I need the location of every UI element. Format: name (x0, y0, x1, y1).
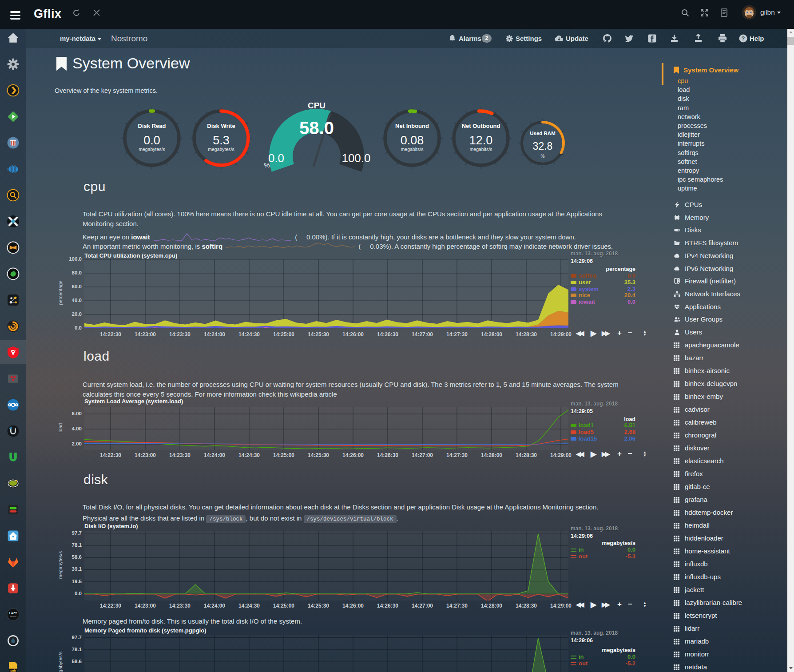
chart-disk-resize-handle[interactable]: ▲▼ (643, 601, 647, 608)
nav-container-hddtemp-docker[interactable]: hddtemp-docker (674, 509, 733, 517)
scrollbar-down-arrow[interactable] (789, 667, 793, 669)
scrollbar-up-arrow[interactable] (789, 31, 793, 33)
chart-cpu-zoom-in-button[interactable]: + (617, 329, 622, 338)
chart-disk-zoom-in-button[interactable]: + (617, 600, 622, 609)
scrollbar-thumb[interactable] (787, 37, 794, 45)
chart-cpu-zoom-out-button[interactable]: − (628, 329, 632, 338)
nav-interrupts[interactable]: interrupts (678, 140, 704, 147)
nav-ipv4-networking[interactable]: IPv4 Networking (674, 252, 733, 260)
nav-softirqs[interactable]: softirqs (678, 149, 699, 156)
github-icon[interactable] (603, 34, 612, 43)
nav-user-groups[interactable]: User Groups (674, 315, 723, 324)
chart-cpu-plot[interactable] (84, 259, 568, 328)
nav-container-netdata[interactable]: netdata (674, 663, 707, 672)
chart-disk-rewind-button[interactable]: ◀◀ (576, 601, 583, 608)
nav-container-lidarr[interactable]: lidarr (674, 624, 699, 633)
nav-users[interactable]: Users (674, 328, 702, 337)
nav-container-calibreweb[interactable]: calibreweb (674, 418, 717, 427)
avatar[interactable] (742, 5, 757, 20)
chart-load-plot[interactable] (84, 407, 568, 450)
facebook-icon[interactable] (648, 34, 656, 43)
close-icon[interactable] (93, 9, 100, 16)
chart-cpu-resize-handle[interactable]: ▲▼ (643, 330, 647, 336)
upload-icon[interactable] (694, 34, 703, 43)
nav-uptime[interactable]: uptime (678, 185, 697, 192)
search-icon[interactable] (681, 8, 690, 17)
sidebar-app-gitlab[interactable] (0, 550, 26, 574)
nav-system-overview[interactable]: System Overview (674, 66, 738, 74)
sidebar-app-lidarr[interactable] (0, 628, 26, 652)
settings-button[interactable]: Settings (516, 29, 542, 48)
nav-entropy[interactable]: entropy (678, 167, 699, 174)
chart-disk-play-button[interactable]: ▶ (591, 600, 596, 609)
nav-container-grafana[interactable]: grafana (674, 496, 707, 504)
sidebar-app-monitorr[interactable] (0, 497, 26, 521)
nav-container-binhex-delugevpn[interactable]: binhex-delugevpn (674, 380, 737, 388)
nav-load[interactable]: load (678, 86, 690, 93)
nav-network-interfaces[interactable]: Network Interfaces (674, 290, 740, 298)
chart-load-forward-button[interactable]: ▶▶ (602, 450, 609, 457)
sidebar-app-youtube-dl[interactable] (0, 576, 26, 600)
nav-container-letsencrypt[interactable]: letsencrypt (674, 612, 717, 620)
nav-disk[interactable]: disk (678, 95, 689, 102)
download-icon[interactable] (670, 34, 679, 43)
nav-container-mariadb[interactable]: mariadb (674, 637, 709, 646)
sidebar-app-jackett[interactable] (0, 183, 26, 207)
twitter-icon[interactable] (625, 35, 634, 43)
chart-load-rewind-button[interactable]: ◀◀ (576, 450, 583, 457)
nav-applications[interactable]: Applications (674, 303, 721, 311)
refresh-icon[interactable] (72, 8, 81, 17)
sidebar-app-couchpotato[interactable] (0, 235, 26, 259)
sidebar-app-unifi[interactable] (0, 419, 26, 443)
sidebar-app-lazylibrarian[interactable]: LAZYlibrarian (0, 602, 26, 626)
help-button[interactable]: Help (750, 29, 764, 48)
sidebar-app-popcorntime[interactable] (0, 131, 26, 155)
nav-network[interactable]: network (678, 113, 700, 120)
chart-cpu-rewind-button[interactable]: ◀◀ (576, 330, 583, 337)
sidebar-app-home-assistant[interactable] (0, 524, 26, 548)
nav-cpu[interactable]: cpu (678, 77, 688, 84)
chart-disk-forward-button[interactable]: ▶▶ (602, 601, 609, 608)
menu-icon[interactable] (10, 11, 20, 20)
sidebar-app-home[interactable] (0, 26, 26, 50)
nav-softnet[interactable]: softnet (678, 158, 697, 165)
nav-container-influxdb-ups[interactable]: influxdb-ups (674, 573, 721, 581)
nav-ipv6-networking[interactable]: IPv6 Networking (674, 265, 733, 273)
fullscreen-icon[interactable] (700, 8, 709, 17)
nav-container-binhex-emby[interactable]: binhex-emby (674, 393, 723, 401)
nav-cpus[interactable]: CPUs (674, 201, 702, 209)
chart-load-zoom-out-button[interactable]: − (628, 449, 632, 458)
chart-pgpgio-plot[interactable] (84, 635, 568, 672)
user-menu[interactable]: gilbn (760, 8, 781, 16)
update-button[interactable]: Update (566, 29, 588, 48)
sidebar-app-nextcloud[interactable] (0, 393, 26, 417)
sidebar-app-kodi[interactable] (0, 209, 26, 233)
sidebar-app-emby[interactable] (0, 104, 26, 128)
nav-ram[interactable]: ram (678, 104, 689, 111)
nav-container-chronograf[interactable]: chronograf (674, 431, 717, 440)
nav-container-bazarr[interactable]: bazarr (674, 354, 704, 362)
nav-container-diskover[interactable]: diskover (674, 444, 710, 453)
nav-container-binhex-airsonic[interactable]: binhex-airsonic (674, 367, 730, 375)
sidebar-app-openhab[interactable] (0, 262, 26, 286)
scrollbar[interactable] (787, 29, 794, 672)
chart-load-play-button[interactable]: ▶ (591, 449, 596, 459)
sidebar-app-sabnzbd[interactable]: sab (0, 655, 26, 672)
chart-load-zoom-in-button[interactable]: + (617, 449, 622, 458)
nav-container-gitlab-ce[interactable]: gitlab-ce (674, 483, 710, 491)
sidebar-app-plex[interactable] (0, 78, 26, 102)
nav-idlejitter[interactable]: idlejitter (678, 131, 700, 138)
nav-container-home-assistant[interactable]: home-assistant (674, 547, 730, 556)
sidebar-app-airsonic[interactable] (0, 157, 26, 181)
nav-btrfs-filesystem[interactable]: BTRFS filesystem (674, 239, 738, 247)
nav-firewall-netfilter-[interactable]: Firewall (netfilter) (674, 277, 736, 286)
print-icon[interactable] (718, 34, 727, 43)
nav-memory[interactable]: Memory (674, 214, 709, 222)
sidebar-app-resilio-sync[interactable] (0, 366, 26, 390)
nav-container-hiddenloader[interactable]: hiddenloader (674, 534, 723, 543)
nav-container-firefox[interactable]: firefox (674, 470, 703, 478)
sidebar-app-netdata[interactable] (0, 340, 26, 364)
chart-disk-plot[interactable] (84, 531, 568, 600)
nav-container-jackett[interactable]: jackett (674, 586, 704, 594)
nav-ipc-semaphores[interactable]: ipc semaphores (678, 176, 723, 183)
